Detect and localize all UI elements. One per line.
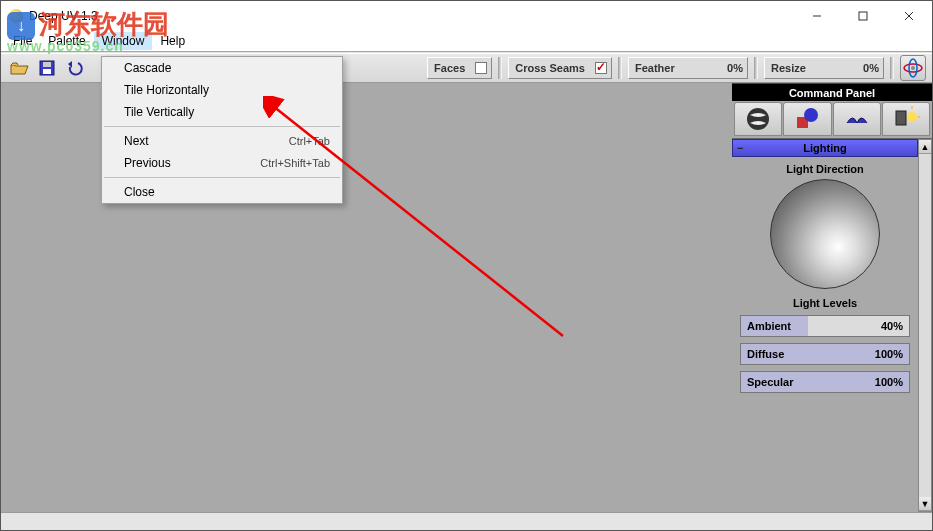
undo-button[interactable]: [63, 56, 87, 80]
minimize-button[interactable]: [794, 1, 840, 31]
svg-rect-13: [896, 111, 906, 125]
svg-rect-5: [43, 62, 51, 67]
svg-rect-1: [859, 12, 867, 20]
panel-scrollbar[interactable]: ▲ ▼: [918, 139, 932, 512]
menu-tile-horizontally[interactable]: Tile Horizontally: [102, 79, 342, 101]
light-direction-heading: Light Direction: [736, 163, 914, 175]
specular-label: Specular: [741, 376, 793, 388]
window-menu-dropdown: Cascade Tile Horizontally Tile Verticall…: [101, 56, 343, 204]
title-bar: Deep UV 1.3: [1, 1, 932, 31]
scroll-track[interactable]: [919, 154, 931, 497]
menu-window[interactable]: Window: [94, 32, 153, 50]
undo-icon: [66, 59, 84, 77]
faces-checkbox[interactable]: [475, 62, 487, 74]
toolbar-divider: [498, 57, 502, 79]
diffuse-label: Diffuse: [741, 348, 784, 360]
feather-label: Feather: [629, 62, 681, 74]
save-button[interactable]: [35, 56, 59, 80]
faces-toggle[interactable]: Faces: [427, 57, 492, 79]
scroll-up-button[interactable]: ▲: [919, 140, 931, 154]
faces-label: Faces: [428, 62, 471, 74]
resize-slider[interactable]: Resize 0%: [764, 57, 884, 79]
diffuse-value: 100%: [875, 348, 903, 360]
ambient-slider[interactable]: Ambient 40%: [740, 315, 910, 337]
menu-previous[interactable]: PreviousCtrl+Shift+Tab: [102, 152, 342, 174]
menu-palette[interactable]: Palette: [40, 32, 93, 50]
lightbulb-icon: [892, 105, 920, 133]
light-levels-heading: Light Levels: [736, 297, 914, 309]
menu-file[interactable]: File: [5, 32, 40, 50]
section-header-lighting[interactable]: − Lighting: [732, 139, 918, 157]
ambient-value: 40%: [881, 320, 903, 332]
svg-point-12: [804, 108, 818, 122]
lighting-section: Light Direction Light Levels Ambient 40%…: [732, 157, 918, 403]
resize-label: Resize: [765, 62, 812, 74]
menu-next[interactable]: NextCtrl+Tab: [102, 130, 342, 152]
ambient-label: Ambient: [741, 320, 791, 332]
cross-seams-toggle[interactable]: Cross Seams: [508, 57, 612, 79]
cross-seams-checkbox[interactable]: [595, 62, 607, 74]
svg-point-9: [911, 66, 915, 70]
folder-open-icon: [9, 59, 29, 77]
svg-rect-6: [43, 69, 51, 74]
window-title: Deep UV 1.3: [29, 9, 98, 23]
cross-seams-label: Cross Seams: [509, 62, 591, 74]
specular-slider[interactable]: Specular 100%: [740, 371, 910, 393]
light-direction-control[interactable]: [770, 179, 880, 289]
status-bar: [1, 512, 932, 530]
section-title: Lighting: [803, 142, 846, 154]
scroll-down-button[interactable]: ▼: [919, 497, 931, 511]
maximize-button[interactable]: [840, 1, 886, 31]
toolbar-divider: [890, 57, 894, 79]
unwrap-icon: [843, 105, 871, 133]
menu-tile-vertically[interactable]: Tile Vertically: [102, 101, 342, 123]
app-icon: [9, 9, 23, 23]
window-controls: [794, 1, 932, 31]
close-button[interactable]: [886, 1, 932, 31]
menu-cascade[interactable]: Cascade: [102, 57, 342, 79]
orbit-icon: [902, 57, 924, 79]
command-panel-tabs: [732, 101, 932, 139]
tab-unwrap[interactable]: [833, 102, 881, 136]
command-panel: Command Panel − Lighting Lig: [732, 83, 932, 512]
toolbar-divider: [754, 57, 758, 79]
menu-separator: [104, 126, 340, 127]
feather-slider[interactable]: Feather 0%: [628, 57, 748, 79]
tab-checker[interactable]: [734, 102, 782, 136]
menu-bar: File Palette Window Help: [1, 31, 932, 51]
tab-lighting[interactable]: [882, 102, 930, 136]
svg-point-14: [907, 112, 917, 122]
diffuse-slider[interactable]: Diffuse 100%: [740, 343, 910, 365]
command-panel-title: Command Panel: [732, 83, 932, 101]
orbit-button[interactable]: [900, 55, 926, 81]
menu-help[interactable]: Help: [152, 32, 193, 50]
specular-value: 100%: [875, 376, 903, 388]
open-button[interactable]: [7, 56, 31, 80]
tab-primitives[interactable]: [783, 102, 831, 136]
resize-value: 0%: [863, 62, 879, 74]
collapse-icon[interactable]: −: [737, 142, 743, 154]
menu-close[interactable]: Close: [102, 181, 342, 203]
floppy-icon: [38, 59, 56, 77]
menu-separator: [104, 177, 340, 178]
svg-point-10: [747, 108, 769, 130]
checker-sphere-icon: [744, 105, 772, 133]
primitives-icon: [793, 105, 821, 133]
toolbar-divider: [618, 57, 622, 79]
feather-value: 0%: [727, 62, 743, 74]
